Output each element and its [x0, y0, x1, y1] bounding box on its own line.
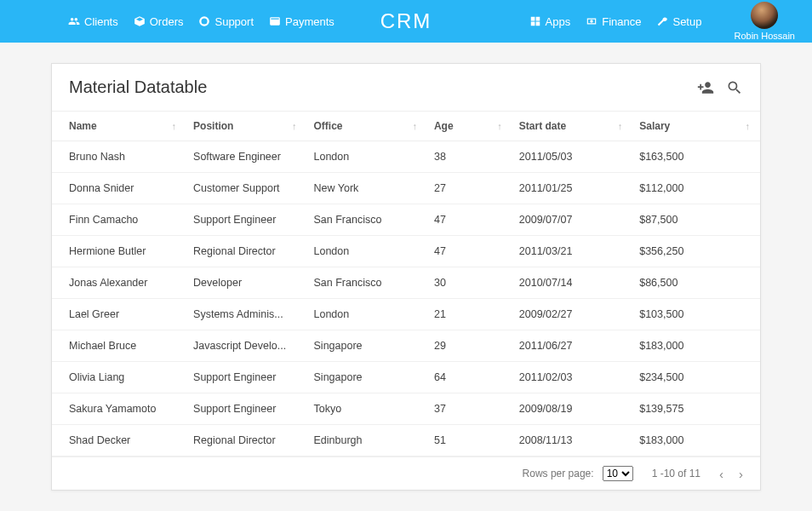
table-row[interactable]: Donna SniderCustomer SupportNew York2720…	[52, 173, 760, 204]
col-header-start[interactable]: Start date↑	[512, 112, 632, 141]
cell-salary: $356,250	[632, 236, 760, 267]
cell-start: 2011/05/03	[512, 141, 632, 173]
cell-office: London	[307, 141, 427, 173]
avatar	[751, 2, 778, 29]
table-row[interactable]: Sakura YamamotoSupport EngineerTokyo3720…	[52, 393, 760, 425]
nav-setup[interactable]: Setup	[656, 15, 701, 28]
nav-finance[interactable]: Finance	[586, 15, 641, 28]
cell-office: San Francisco	[307, 204, 427, 236]
cell-age: 64	[427, 362, 512, 393]
sort-arrow-icon: ↑	[172, 121, 177, 131]
cell-name: Olivia Liang	[52, 362, 186, 393]
topbar: Clients Orders Support Payments CRM Apps…	[0, 0, 812, 43]
cell-start: 2009/08/19	[512, 393, 632, 425]
user-name: Robin Hossain	[734, 31, 795, 41]
rows-per-page: Rows per page: 10	[523, 466, 633, 481]
sort-arrow-icon: ↑	[292, 121, 297, 131]
cell-position: Support Engineer	[186, 393, 306, 425]
rows-per-select[interactable]: 10	[603, 466, 633, 481]
cell-position: Regional Director	[186, 425, 306, 456]
cell-position: Systems Adminis...	[186, 299, 306, 330]
nav-label: Payments	[285, 15, 335, 28]
card-title: Material Datatable	[69, 78, 207, 97]
cell-age: 27	[427, 173, 512, 204]
prev-page-button[interactable]: ‹	[719, 467, 723, 481]
cell-salary: $87,500	[632, 204, 760, 236]
col-header-name[interactable]: Name↑	[52, 112, 186, 141]
table-row[interactable]: Bruno NashSoftware EngineerLondon382011/…	[52, 141, 760, 173]
table-row[interactable]: Finn CamachoSupport EngineerSan Francisc…	[52, 204, 760, 236]
cell-name: Michael Bruce	[52, 330, 186, 362]
card-header: Material Datatable	[52, 64, 760, 111]
pager: ‹ ›	[719, 467, 743, 481]
cell-name: Shad Decker	[52, 425, 186, 456]
cell-position: Support Engineer	[186, 362, 306, 393]
cell-start: 2011/06/27	[512, 330, 632, 362]
cell-start: 2010/07/14	[512, 267, 632, 299]
table-footer: Rows per page: 10 1 -10 of 11 ‹ ›	[52, 456, 760, 490]
col-header-office[interactable]: Office↑	[307, 112, 427, 141]
cell-position: Javascript Develo...	[186, 330, 306, 362]
sort-arrow-icon: ↑	[746, 121, 751, 131]
nav-label: Orders	[150, 15, 184, 28]
search-icon[interactable]	[726, 79, 743, 96]
col-header-age[interactable]: Age↑	[427, 112, 512, 141]
nav-apps[interactable]: Apps	[529, 15, 571, 28]
cell-name: Donna Snider	[52, 173, 186, 204]
rows-per-label: Rows per page:	[523, 468, 594, 479]
sort-arrow-icon: ↑	[618, 121, 623, 131]
nav-label: Clients	[84, 15, 118, 28]
cell-office: London	[307, 299, 427, 330]
cell-age: 37	[427, 393, 512, 425]
cell-office: New York	[307, 173, 427, 204]
table-row[interactable]: Shad DeckerRegional DirectorEdinburgh512…	[52, 425, 760, 456]
cell-start: 2011/03/21	[512, 236, 632, 267]
table-row[interactable]: Hermione ButlerRegional DirectorLondon47…	[52, 236, 760, 267]
cell-start: 2011/02/03	[512, 362, 632, 393]
cell-position: Developer	[186, 267, 306, 299]
nav-label: Support	[214, 15, 254, 28]
cell-position: Regional Director	[186, 236, 306, 267]
table-row[interactable]: Michael BruceJavascript Develo...Singapo…	[52, 330, 760, 362]
nav-left: Clients Orders Support Payments	[68, 15, 335, 28]
cell-position: Software Engineer	[186, 141, 306, 173]
nav-label: Finance	[602, 15, 641, 28]
cell-salary: $139,575	[632, 393, 760, 425]
cell-start: 2011/01/25	[512, 173, 632, 204]
col-header-position[interactable]: Position↑	[186, 112, 306, 141]
cell-age: 51	[427, 425, 512, 456]
nav-payments[interactable]: Payments	[269, 15, 335, 28]
cell-name: Jonas Alexander	[52, 267, 186, 299]
add-user-icon[interactable]	[697, 79, 714, 96]
col-header-salary[interactable]: Salary↑	[632, 112, 760, 141]
user-menu[interactable]: Robin Hossain	[734, 2, 795, 41]
card-icon	[269, 15, 281, 27]
cell-office: Tokyo	[307, 393, 427, 425]
nav-support[interactable]: Support	[198, 15, 254, 28]
table-row[interactable]: Olivia LiangSupport EngineerSingapore642…	[52, 362, 760, 393]
cell-age: 38	[427, 141, 512, 173]
cell-name: Bruno Nash	[52, 141, 186, 173]
cell-salary: $183,000	[632, 425, 760, 456]
cell-salary: $234,500	[632, 362, 760, 393]
table-row[interactable]: Jonas AlexanderDeveloperSan Francisco302…	[52, 267, 760, 299]
cell-salary: $183,000	[632, 330, 760, 362]
orders-icon	[134, 15, 146, 27]
nav-right: Apps Finance Setup Robin Hossain	[529, 2, 795, 41]
cell-age: 29	[427, 330, 512, 362]
wrench-icon	[656, 15, 668, 27]
nav-orders[interactable]: Orders	[134, 15, 184, 28]
cell-office: Edinburgh	[307, 425, 427, 456]
cell-name: Sakura Yamamoto	[52, 393, 186, 425]
page-range: 1 -10 of 11	[652, 468, 700, 479]
cell-name: Hermione Butler	[52, 236, 186, 267]
data-table: Name↑ Position↑ Office↑ Age↑ Start date↑…	[52, 111, 760, 456]
cell-age: 47	[427, 204, 512, 236]
next-page-button[interactable]: ›	[739, 467, 743, 481]
table-row[interactable]: Lael GreerSystems Adminis...London212009…	[52, 299, 760, 330]
nav-clients[interactable]: Clients	[68, 15, 118, 28]
cell-position: Support Engineer	[186, 204, 306, 236]
nav-label: Setup	[672, 15, 701, 28]
table-header-row: Name↑ Position↑ Office↑ Age↑ Start date↑…	[52, 112, 760, 141]
cell-position: Customer Support	[186, 173, 306, 204]
